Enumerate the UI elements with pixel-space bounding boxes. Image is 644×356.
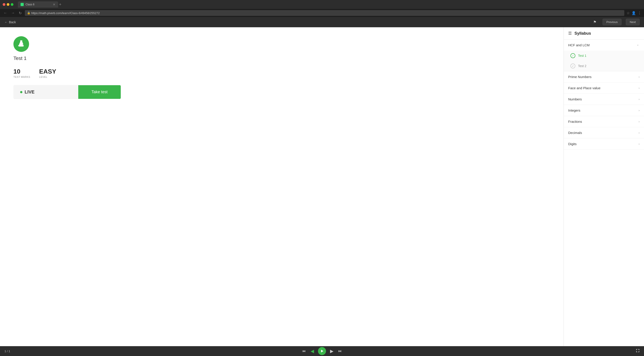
subsection-test1[interactable]: ✓ Test 1 bbox=[564, 50, 644, 61]
close-traffic-light[interactable] bbox=[3, 3, 5, 6]
section-header-decimals[interactable]: Decimals › bbox=[564, 127, 644, 138]
tab-favicon bbox=[20, 3, 24, 6]
level-item: EASY LEVEL bbox=[39, 68, 56, 78]
section-name-digits: Digits bbox=[568, 142, 577, 146]
test-icon bbox=[14, 36, 29, 52]
skip-last-button[interactable]: ⏭ bbox=[338, 348, 343, 354]
chevron-right-icon-digits: › bbox=[639, 142, 640, 146]
page-separator: / bbox=[7, 350, 8, 353]
player-controls: ⏮ ◀ ▶ ⏭ bbox=[301, 347, 343, 355]
chevron-right-icon-face: › bbox=[639, 86, 640, 90]
top-nav: ← Back ⚑ Previous Next bbox=[0, 17, 644, 27]
chevron-right-icon-prime: › bbox=[639, 75, 640, 78]
section-header-digits[interactable]: Digits › bbox=[564, 138, 644, 150]
svg-marker-0 bbox=[321, 350, 323, 352]
address-input[interactable]: 🔒 https://math.piverb.com/learn//Class-6… bbox=[25, 10, 624, 16]
menu-icon[interactable]: ⋮ bbox=[638, 11, 641, 15]
fullscreen-button[interactable] bbox=[636, 349, 640, 353]
chevron-right-icon-decimals: › bbox=[639, 131, 640, 134]
subsection-icon-test2: ✓ bbox=[570, 64, 575, 68]
chevron-right-icon-numbers: › bbox=[639, 98, 640, 101]
fullscreen-icon bbox=[636, 349, 640, 352]
section-name-numbers: Numbers bbox=[568, 97, 582, 101]
section-name-prime-numbers: Prime Numbers bbox=[568, 75, 592, 79]
tab-title: Class 6 bbox=[26, 3, 34, 6]
back-arrow-icon: ← bbox=[4, 20, 8, 24]
nav-refresh-button[interactable]: ↻ bbox=[18, 10, 22, 16]
section-decimals: Decimals › bbox=[564, 127, 644, 138]
maximize-traffic-light[interactable] bbox=[11, 3, 14, 6]
tab-close-button[interactable]: ✕ bbox=[53, 3, 56, 6]
marks-label: TEST MARKS bbox=[14, 76, 30, 78]
section-name-decimals: Decimals bbox=[568, 131, 582, 134]
live-label: LIVE bbox=[24, 90, 34, 94]
previous-button[interactable]: Previous bbox=[603, 19, 622, 25]
subsection-list-hcf: ✓ Test 1 ✓ Test 2 bbox=[564, 50, 644, 71]
nav-forward-button[interactable]: → bbox=[10, 10, 16, 16]
sidebar-header: ☰ Syllabus bbox=[564, 27, 644, 40]
sidebar: ☰ Syllabus HCF and LCM ⌄ ✓ Test 1 ✓ Test bbox=[564, 27, 644, 346]
chevron-right-icon-fractions: › bbox=[639, 120, 640, 123]
section-header-hcf-lcm[interactable]: HCF and LCM ⌄ bbox=[564, 40, 644, 50]
section-numbers: Numbers › bbox=[564, 94, 644, 105]
section-name-integers: Integers bbox=[568, 108, 580, 112]
hamburger-icon[interactable]: ☰ bbox=[568, 31, 572, 36]
test-title: Test 1 bbox=[14, 56, 550, 61]
browser-chrome: Class 6 ✕ + bbox=[0, 0, 644, 9]
syllabus-title: Syllabus bbox=[574, 31, 591, 36]
marks-value: 10 bbox=[14, 68, 30, 75]
flag-button[interactable]: ⚑ bbox=[592, 19, 598, 25]
sidebar-content: HCF and LCM ⌄ ✓ Test 1 ✓ Test 2 bbox=[564, 40, 644, 346]
current-page: 1 bbox=[4, 350, 6, 353]
page-indicator: 1 / 1 bbox=[4, 350, 10, 353]
next-page-button[interactable]: ▶ bbox=[329, 348, 334, 355]
main-layout: Test 1 10 TEST MARKS EASY LEVEL LIVE Tak… bbox=[0, 27, 644, 346]
live-dot-icon bbox=[20, 91, 22, 93]
marks-item: 10 TEST MARKS bbox=[14, 68, 30, 78]
section-header-prime-numbers[interactable]: Prime Numbers › bbox=[564, 71, 644, 82]
live-badge: LIVE bbox=[14, 85, 78, 99]
back-button[interactable]: ← Back bbox=[4, 20, 16, 24]
play-button[interactable] bbox=[318, 347, 326, 355]
bottom-player: 1 / 1 ⏮ ◀ ▶ ⏭ bbox=[0, 346, 644, 356]
next-button[interactable]: Next bbox=[626, 19, 640, 25]
test-meta: 10 TEST MARKS EASY LEVEL bbox=[14, 68, 550, 78]
url-text: https://math.piverb.com/learn//Class-6/4… bbox=[31, 12, 100, 15]
section-header-numbers[interactable]: Numbers › bbox=[564, 94, 644, 105]
bookmark-icon[interactable]: ☆ bbox=[626, 11, 630, 15]
section-fractions: Fractions › bbox=[564, 116, 644, 127]
traffic-lights bbox=[3, 3, 14, 6]
new-tab-button[interactable]: + bbox=[59, 2, 62, 7]
chevron-down-icon: ⌄ bbox=[637, 44, 640, 46]
content-area: Test 1 10 TEST MARKS EASY LEVEL LIVE Tak… bbox=[0, 27, 564, 346]
play-icon bbox=[320, 350, 324, 353]
section-header-integers[interactable]: Integers › bbox=[564, 105, 644, 116]
level-label: LEVEL bbox=[39, 76, 56, 78]
section-name-fractions: Fractions bbox=[568, 120, 582, 124]
minimize-traffic-light[interactable] bbox=[7, 3, 10, 6]
take-test-button[interactable]: Take test bbox=[78, 85, 121, 99]
section-digits: Digits › bbox=[564, 138, 644, 150]
address-bar: ← → ↻ 🔒 https://math.piverb.com/learn//C… bbox=[0, 9, 644, 17]
browser-actions: ☆ 👤 ⋮ bbox=[626, 11, 641, 15]
section-integers: Integers › bbox=[564, 105, 644, 116]
nav-back-button[interactable]: ← bbox=[3, 10, 8, 16]
total-pages: 1 bbox=[8, 350, 10, 353]
skip-first-button[interactable]: ⏮ bbox=[301, 348, 306, 354]
subsection-test2[interactable]: ✓ Test 2 bbox=[564, 61, 644, 71]
section-face-place: Face and Place value › bbox=[564, 82, 644, 94]
section-header-face-place[interactable]: Face and Place value › bbox=[564, 82, 644, 94]
tab-bar: Class 6 ✕ + bbox=[18, 1, 641, 8]
prev-page-button[interactable]: ◀ bbox=[310, 348, 315, 355]
section-header-fractions[interactable]: Fractions › bbox=[564, 116, 644, 127]
subsection-name-test1: Test 1 bbox=[578, 54, 586, 58]
section-prime-numbers: Prime Numbers › bbox=[564, 71, 644, 82]
browser-tab[interactable]: Class 6 ✕ bbox=[18, 1, 58, 8]
section-hcf-lcm: HCF and LCM ⌄ ✓ Test 1 ✓ Test 2 bbox=[564, 40, 644, 71]
profile-icon[interactable]: 👤 bbox=[632, 11, 636, 15]
subsection-icon-test1: ✓ bbox=[570, 53, 575, 58]
section-name-face-place: Face and Place value bbox=[568, 86, 600, 90]
back-label: Back bbox=[9, 20, 16, 24]
level-value: EASY bbox=[39, 68, 56, 75]
subsection-name-test2: Test 2 bbox=[578, 64, 586, 68]
